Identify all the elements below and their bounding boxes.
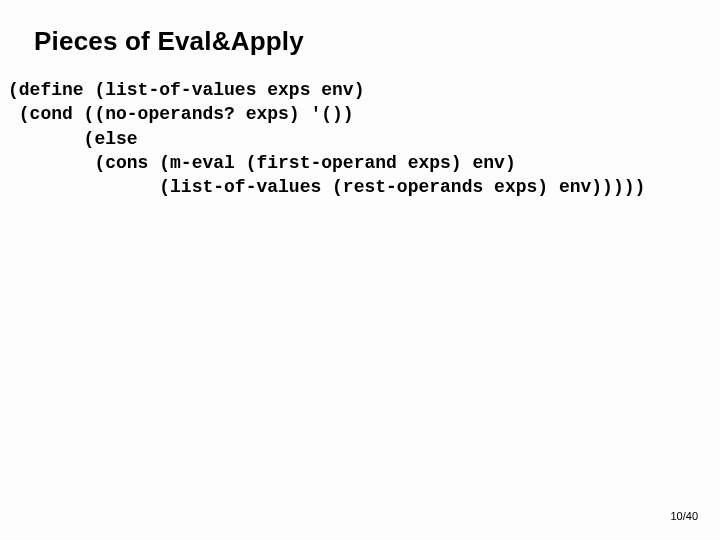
code-line: (else — [8, 129, 138, 149]
code-line: (define (list-of-values exps env) — [8, 80, 364, 100]
code-block: (define (list-of-values exps env) (cond … — [8, 78, 645, 199]
slide: Pieces of Eval&Apply (define (list-of-va… — [0, 0, 720, 540]
code-line: (cons (m-eval (first-operand exps) env) — [8, 153, 516, 173]
code-line: (list-of-values (rest-operands exps) env… — [8, 177, 645, 197]
code-line: (cond ((no-operands? exps) '()) — [8, 104, 354, 124]
slide-title: Pieces of Eval&Apply — [34, 26, 304, 57]
page-number: 10/40 — [670, 510, 698, 522]
